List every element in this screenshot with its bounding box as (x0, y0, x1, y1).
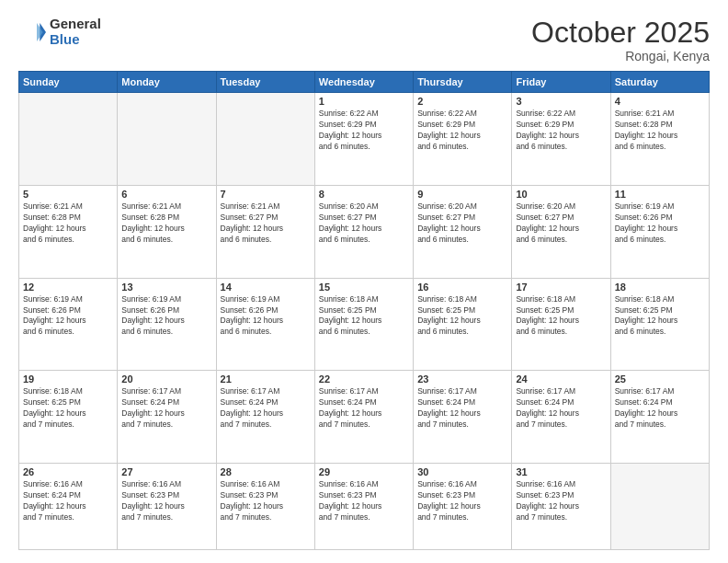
location: Rongai, Kenya (531, 49, 710, 63)
logo: General Blue (18, 17, 101, 47)
day-info: Sunrise: 6:18 AM Sunset: 6:25 PM Dayligh… (23, 386, 113, 431)
day-number: 6 (121, 189, 211, 200)
table-row: 22Sunrise: 6:17 AM Sunset: 6:24 PM Dayli… (314, 371, 413, 464)
day-info: Sunrise: 6:17 AM Sunset: 6:24 PM Dayligh… (319, 386, 409, 431)
day-number: 15 (319, 282, 409, 293)
col-friday: Friday (512, 72, 610, 93)
day-info: Sunrise: 6:17 AM Sunset: 6:24 PM Dayligh… (121, 386, 211, 431)
table-row: 31Sunrise: 6:16 AM Sunset: 6:23 PM Dayli… (512, 464, 610, 550)
logo-blue-text: Blue (50, 32, 101, 48)
day-number: 7 (221, 189, 311, 200)
table-row: 20Sunrise: 6:17 AM Sunset: 6:24 PM Dayli… (118, 371, 216, 464)
table-row: 11Sunrise: 6:19 AM Sunset: 6:26 PM Dayli… (610, 185, 709, 278)
day-info: Sunrise: 6:17 AM Sunset: 6:24 PM Dayligh… (516, 386, 606, 431)
table-row: 15Sunrise: 6:18 AM Sunset: 6:25 PM Dayli… (314, 278, 413, 371)
table-row: 19Sunrise: 6:18 AM Sunset: 6:25 PM Dayli… (19, 371, 118, 464)
table-row (216, 93, 314, 186)
month-title: October 2025 (531, 17, 710, 49)
day-info: Sunrise: 6:20 AM Sunset: 6:27 PM Dayligh… (516, 201, 606, 246)
table-row: 5Sunrise: 6:21 AM Sunset: 6:28 PM Daylig… (19, 185, 118, 278)
day-info: Sunrise: 6:21 AM Sunset: 6:28 PM Dayligh… (121, 201, 211, 246)
day-number: 1 (319, 96, 409, 107)
day-number: 5 (23, 189, 113, 200)
day-number: 25 (615, 373, 705, 385)
table-row: 7Sunrise: 6:21 AM Sunset: 6:27 PM Daylig… (216, 185, 314, 278)
day-info: Sunrise: 6:16 AM Sunset: 6:23 PM Dayligh… (319, 479, 409, 523)
day-info: Sunrise: 6:16 AM Sunset: 6:23 PM Dayligh… (516, 479, 606, 523)
day-info: Sunrise: 6:19 AM Sunset: 6:26 PM Dayligh… (121, 294, 211, 339)
table-row: 2Sunrise: 6:22 AM Sunset: 6:29 PM Daylig… (414, 93, 512, 186)
day-info: Sunrise: 6:19 AM Sunset: 6:26 PM Dayligh… (615, 201, 705, 246)
header: General Blue October 2025 Rongai, Kenya (18, 17, 710, 63)
day-number: 2 (417, 96, 507, 107)
table-row: 16Sunrise: 6:18 AM Sunset: 6:25 PM Dayli… (414, 278, 512, 371)
day-number: 16 (417, 282, 507, 293)
day-number: 3 (516, 96, 606, 107)
table-row: 28Sunrise: 6:16 AM Sunset: 6:23 PM Dayli… (216, 464, 314, 550)
day-info: Sunrise: 6:21 AM Sunset: 6:28 PM Dayligh… (23, 201, 113, 246)
table-row: 23Sunrise: 6:17 AM Sunset: 6:24 PM Dayli… (414, 371, 512, 464)
day-number: 8 (319, 189, 409, 200)
day-info: Sunrise: 6:20 AM Sunset: 6:27 PM Dayligh… (319, 201, 409, 246)
day-number: 20 (121, 373, 211, 385)
day-number: 4 (615, 96, 705, 107)
day-number: 13 (121, 282, 211, 293)
day-info: Sunrise: 6:16 AM Sunset: 6:23 PM Dayligh… (221, 479, 311, 523)
day-number: 14 (221, 282, 311, 293)
title-block: October 2025 Rongai, Kenya (531, 17, 710, 63)
day-number: 19 (23, 373, 113, 385)
col-sunday: Sunday (19, 72, 118, 93)
day-number: 31 (516, 466, 606, 477)
table-row: 26Sunrise: 6:16 AM Sunset: 6:24 PM Dayli… (19, 464, 118, 550)
col-wednesday: Wednesday (314, 72, 413, 93)
table-row (610, 464, 709, 550)
table-row: 18Sunrise: 6:18 AM Sunset: 6:25 PM Dayli… (610, 278, 709, 371)
day-info: Sunrise: 6:22 AM Sunset: 6:29 PM Dayligh… (417, 109, 507, 153)
day-info: Sunrise: 6:22 AM Sunset: 6:29 PM Dayligh… (516, 109, 606, 153)
day-info: Sunrise: 6:18 AM Sunset: 6:25 PM Dayligh… (319, 294, 409, 339)
day-info: Sunrise: 6:20 AM Sunset: 6:27 PM Dayligh… (417, 201, 507, 246)
day-info: Sunrise: 6:16 AM Sunset: 6:24 PM Dayligh… (23, 479, 113, 523)
day-number: 11 (615, 189, 705, 200)
calendar-week-row: 5Sunrise: 6:21 AM Sunset: 6:28 PM Daylig… (19, 185, 710, 278)
day-number: 29 (319, 466, 409, 477)
day-number: 28 (221, 466, 311, 477)
table-row: 30Sunrise: 6:16 AM Sunset: 6:23 PM Dayli… (414, 464, 512, 550)
day-number: 30 (417, 466, 507, 477)
calendar-week-row: 19Sunrise: 6:18 AM Sunset: 6:25 PM Dayli… (19, 371, 710, 464)
day-number: 22 (319, 373, 409, 385)
day-info: Sunrise: 6:21 AM Sunset: 6:27 PM Dayligh… (221, 201, 311, 246)
logo-icon (18, 18, 46, 46)
table-row: 10Sunrise: 6:20 AM Sunset: 6:27 PM Dayli… (512, 185, 610, 278)
day-number: 9 (417, 189, 507, 200)
day-number: 12 (23, 282, 113, 293)
col-thursday: Thursday (414, 72, 512, 93)
table-row (118, 93, 216, 186)
day-info: Sunrise: 6:17 AM Sunset: 6:24 PM Dayligh… (615, 386, 705, 431)
table-row: 9Sunrise: 6:20 AM Sunset: 6:27 PM Daylig… (414, 185, 512, 278)
day-info: Sunrise: 6:22 AM Sunset: 6:29 PM Dayligh… (319, 109, 409, 153)
table-row: 29Sunrise: 6:16 AM Sunset: 6:23 PM Dayli… (314, 464, 413, 550)
col-saturday: Saturday (610, 72, 709, 93)
logo-text: General Blue (50, 17, 101, 47)
calendar-header-row: Sunday Monday Tuesday Wednesday Thursday… (19, 72, 710, 93)
calendar-week-row: 26Sunrise: 6:16 AM Sunset: 6:24 PM Dayli… (19, 464, 710, 550)
calendar-body: 1Sunrise: 6:22 AM Sunset: 6:29 PM Daylig… (19, 93, 710, 550)
day-info: Sunrise: 6:19 AM Sunset: 6:26 PM Dayligh… (23, 294, 113, 339)
day-info: Sunrise: 6:18 AM Sunset: 6:25 PM Dayligh… (417, 294, 507, 339)
day-info: Sunrise: 6:16 AM Sunset: 6:23 PM Dayligh… (121, 479, 211, 523)
day-number: 24 (516, 373, 606, 385)
day-info: Sunrise: 6:16 AM Sunset: 6:23 PM Dayligh… (417, 479, 507, 523)
day-number: 27 (121, 466, 211, 477)
table-row: 4Sunrise: 6:21 AM Sunset: 6:28 PM Daylig… (610, 93, 709, 186)
col-monday: Monday (118, 72, 216, 93)
table-row: 6Sunrise: 6:21 AM Sunset: 6:28 PM Daylig… (118, 185, 216, 278)
table-row: 1Sunrise: 6:22 AM Sunset: 6:29 PM Daylig… (314, 93, 413, 186)
day-number: 17 (516, 282, 606, 293)
day-number: 21 (221, 373, 311, 385)
table-row: 13Sunrise: 6:19 AM Sunset: 6:26 PM Dayli… (118, 278, 216, 371)
day-info: Sunrise: 6:18 AM Sunset: 6:25 PM Dayligh… (615, 294, 705, 339)
table-row: 3Sunrise: 6:22 AM Sunset: 6:29 PM Daylig… (512, 93, 610, 186)
table-row: 21Sunrise: 6:17 AM Sunset: 6:24 PM Dayli… (216, 371, 314, 464)
calendar-week-row: 12Sunrise: 6:19 AM Sunset: 6:26 PM Dayli… (19, 278, 710, 371)
